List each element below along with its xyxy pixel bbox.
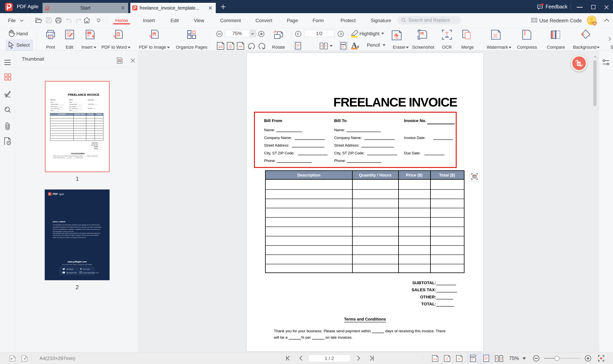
svg-text:1:1: 1:1 (218, 45, 223, 48)
svg-text:1:1: 1:1 (433, 358, 437, 361)
